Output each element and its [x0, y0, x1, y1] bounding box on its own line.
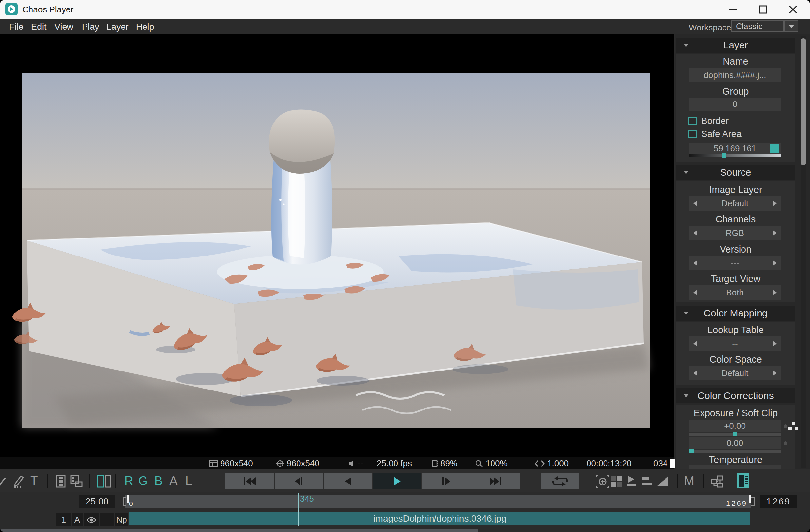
color-gradient-slider[interactable]: [690, 154, 780, 157]
target-view-spinner[interactable]: Both: [690, 285, 780, 300]
color-slider-handle[interactable]: [722, 153, 726, 158]
channel-red-button[interactable]: R: [125, 474, 133, 488]
play-button[interactable]: [373, 473, 421, 489]
empty-cell[interactable]: [100, 513, 114, 527]
soft-clip-input[interactable]: 0.00: [690, 437, 780, 449]
ramp-icon: [656, 475, 669, 487]
channels-spinner[interactable]: RGB: [690, 226, 780, 240]
section-header-color-mapping[interactable]: Color Mapping: [676, 306, 795, 321]
sequence-layers-button[interactable]: [70, 475, 83, 489]
border-checkbox[interactable]: [688, 117, 697, 125]
timeline-fps-input[interactable]: 25.00: [79, 495, 115, 509]
channel-blue-button[interactable]: B: [154, 474, 163, 488]
step-back-button[interactable]: [275, 473, 323, 489]
maximize-button[interactable]: [748, 0, 778, 19]
menu-help[interactable]: Help: [136, 22, 154, 32]
spinner-right-icon[interactable]: [773, 370, 777, 376]
viewport[interactable]: [0, 34, 674, 469]
workspace-dropdown-button[interactable]: [784, 20, 798, 32]
color-space-spinner[interactable]: Default: [690, 366, 780, 380]
color-swatch[interactable]: [770, 144, 779, 153]
panel-scrollbar[interactable]: [801, 36, 806, 468]
spinner-left-icon[interactable]: [693, 201, 697, 206]
safe-area-checkbox[interactable]: [688, 130, 697, 138]
timeline-track[interactable]: 0 1269 345: [125, 495, 751, 508]
soft-clip-slider-handle[interactable]: [690, 449, 694, 453]
version-value: ---: [731, 258, 739, 268]
spinner-right-icon[interactable]: [773, 290, 777, 295]
soft-clip-reset-dot[interactable]: [784, 441, 788, 445]
cache-indicator-bar[interactable]: [0, 529, 479, 532]
play-range-button[interactable]: [625, 475, 638, 488]
compare-view-button[interactable]: [97, 475, 111, 489]
menu-file[interactable]: File: [9, 22, 23, 32]
border-checkbox-row[interactable]: Border: [688, 116, 729, 126]
scrollbar-thumb[interactable]: [801, 38, 806, 165]
safe-area-checkbox-row[interactable]: Safe Area: [688, 129, 742, 139]
spinner-left-icon[interactable]: [693, 341, 697, 346]
go-to-start-button[interactable]: [225, 473, 274, 489]
progress-playhead: [297, 510, 298, 527]
menu-view[interactable]: View: [54, 22, 74, 32]
toggle-panel-button[interactable]: [737, 473, 749, 490]
minimize-button[interactable]: [718, 0, 748, 19]
stack-bars-button[interactable]: [641, 475, 653, 488]
exposure-slider-handle[interactable]: [733, 432, 737, 436]
channel-alpha-button[interactable]: A: [169, 474, 178, 488]
end-frame-input[interactable]: 1269: [760, 495, 797, 509]
border-color-field[interactable]: 59 169 161: [690, 143, 780, 154]
image-layer-spinner[interactable]: Default: [690, 196, 780, 211]
visibility-cell[interactable]: [84, 513, 99, 527]
exposure-reset-dot[interactable]: [784, 424, 788, 428]
section-header-layer[interactable]: Layer: [676, 38, 795, 53]
spinner-left-icon[interactable]: [693, 230, 697, 235]
np-cell[interactable]: Np: [115, 513, 128, 527]
temperature-input[interactable]: [690, 465, 780, 469]
section-header-color-corrections[interactable]: Color Corrections: [676, 388, 795, 403]
ramp-button[interactable]: [656, 475, 669, 488]
soft-clip-slider[interactable]: [690, 450, 780, 453]
loop-button[interactable]: [541, 473, 579, 489]
sequence-progress-bar[interactable]: imagesDolphin/dophins.0346.jpg: [129, 512, 750, 526]
filmstrip-button[interactable]: [56, 475, 66, 489]
spinner-right-icon[interactable]: [773, 201, 777, 206]
text-tool-button[interactable]: T: [31, 474, 38, 488]
lookup-table-spinner[interactable]: --: [690, 336, 780, 351]
menu-layer[interactable]: Layer: [107, 22, 129, 32]
background-checker-button[interactable]: [611, 475, 622, 488]
close-button[interactable]: [778, 0, 808, 19]
annotate-button[interactable]: [13, 475, 24, 489]
workspace-select[interactable]: Classic: [731, 20, 784, 32]
channel-luma-button[interactable]: L: [185, 474, 192, 488]
step-forward-button[interactable]: [422, 473, 471, 489]
menu-play[interactable]: Play: [82, 22, 99, 32]
spinner-right-icon[interactable]: [773, 341, 777, 346]
section-header-source[interactable]: Source: [676, 165, 795, 180]
layer-number-cell[interactable]: 1: [56, 513, 71, 527]
spinner-right-icon[interactable]: [773, 261, 777, 266]
exposure-input[interactable]: +0.00: [690, 420, 780, 432]
auto-cell[interactable]: A: [72, 513, 83, 527]
exposure-slider[interactable]: [690, 433, 780, 436]
range-end-bracket[interactable]: [751, 497, 755, 506]
pen-tool-icon[interactable]: [0, 476, 7, 486]
spinner-right-icon[interactable]: [773, 230, 777, 235]
collapse-arrow-icon: [683, 171, 689, 174]
play-backward-button[interactable]: [324, 473, 372, 489]
spinner-left-icon[interactable]: [693, 370, 697, 376]
loop-icon: [552, 476, 568, 486]
center-image-button[interactable]: [596, 475, 609, 489]
version-spinner[interactable]: ---: [690, 256, 780, 270]
group-input[interactable]: 0: [690, 98, 780, 111]
layer-name-input[interactable]: dophins.####.j...: [690, 68, 780, 82]
timeline-playhead[interactable]: [297, 493, 298, 510]
spinner-left-icon[interactable]: [693, 290, 697, 295]
go-to-end-button[interactable]: [471, 473, 520, 489]
range-start-bracket[interactable]: [123, 497, 127, 506]
channel-green-button[interactable]: G: [138, 474, 148, 488]
node-graph-icon[interactable]: [788, 421, 799, 431]
menu-edit[interactable]: Edit: [31, 22, 47, 32]
spinner-left-icon[interactable]: [693, 261, 697, 266]
network-sync-button[interactable]: [711, 475, 724, 489]
matte-button[interactable]: M: [684, 474, 694, 488]
